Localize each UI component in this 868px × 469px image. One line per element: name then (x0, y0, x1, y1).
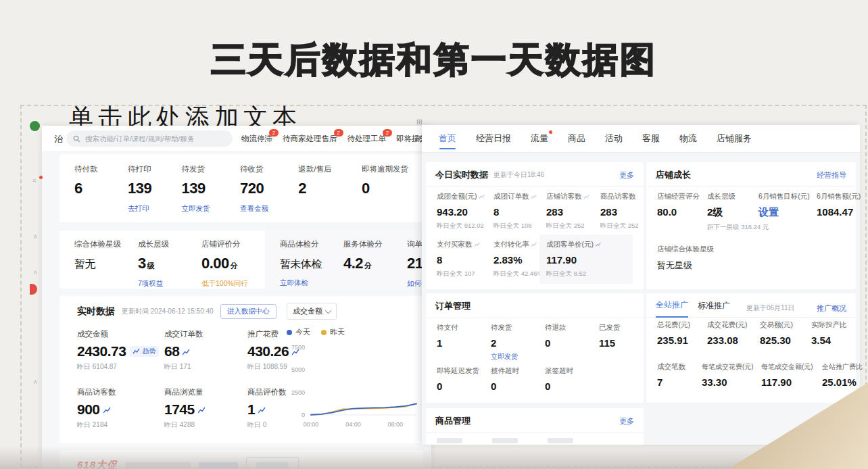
metric-column: 推广花费 430.26 昨日 1088.59 (247, 327, 332, 372)
star-rating-block: 店铺综合体验星级 暂无星级 (646, 245, 714, 272)
stat-value: 2级 (707, 206, 758, 219)
sidebar-menu-icon[interactable]: ≡ (32, 177, 36, 184)
stat-value: 117.90 (546, 254, 626, 266)
left-dashboard: 治 物流停滞2 待商家处理售后2 待处理工单2 即将损失流量4 未读站内信68 … (42, 126, 431, 469)
go-print-link[interactable]: 去打印 (128, 204, 151, 214)
metric-value: 68 (164, 343, 179, 359)
sidebar-collapse-icon[interactable]: ∧ (33, 269, 38, 276)
sidebar-collapse-icon[interactable]: ∧ (33, 233, 38, 240)
tab-products[interactable]: 商品 (567, 125, 586, 152)
stat-column: 成长层级3级7项权益 (138, 239, 201, 289)
stat-value: 0 (437, 380, 491, 392)
stat-column: 综合体验星级暂无 (74, 239, 138, 289)
tab-customer-service[interactable]: 客服 (642, 125, 660, 152)
svg-text:04:00: 04:00 (345, 421, 361, 428)
more-link[interactable]: 更多 (619, 170, 634, 180)
stat-value: 0 (362, 180, 408, 197)
trend-icon[interactable] (292, 346, 299, 357)
badge: 2 (383, 129, 392, 137)
trend-icon (133, 348, 140, 354)
trend-icon[interactable] (258, 404, 266, 416)
tab-daily-report[interactable]: 经营日报 (475, 125, 512, 152)
promotion-card: 全站推广 标准推广 更新于06月11日 推广概况 总花费(元)235.91 成交… (646, 293, 856, 403)
nav-pending-ticket[interactable]: 待处理工单2 (347, 134, 387, 144)
metric-value: 900 (77, 401, 100, 417)
set-goal-link[interactable]: 设置 (758, 206, 817, 219)
metric-column: 商品浏览量 1745 昨日 4288 (164, 385, 249, 430)
mini-trend-icon (479, 194, 485, 199)
stat-value: 80.0 (657, 206, 707, 218)
trend-pill[interactable]: 趋势 (130, 346, 159, 357)
enter-data-center-button[interactable]: 进入数据中心 (220, 304, 276, 319)
tab-traffic[interactable]: 流量 (530, 125, 549, 152)
stat-value: 235.91 (657, 335, 707, 346)
tab-standard-promotion[interactable]: 标准推广 (698, 300, 730, 317)
nav-logistics-stalled[interactable]: 物流停滞2 (241, 134, 272, 144)
more-link[interactable]: 更多 (619, 416, 634, 426)
apps-grid-icon[interactable]: ⊞ (416, 118, 423, 126)
ship-now-link[interactable]: 立即发货 (182, 204, 210, 214)
nav-pending-aftersale[interactable]: 待商家处理售后2 (283, 134, 337, 144)
stat-value: 0 (491, 380, 545, 392)
stat-value: 2 (491, 337, 545, 349)
trend-icon[interactable] (183, 346, 190, 357)
rights-link[interactable]: 7项权益 (138, 279, 201, 289)
product-management-card: 商品管理 更多 (426, 408, 644, 445)
realtime-header: 实时数据 更新时间 2024-06-12 15:50:40 进入数据中心 (59, 296, 423, 319)
search-box[interactable] (66, 130, 233, 147)
stat-column: 待收货720查看金额 (240, 164, 268, 222)
stats-row: 待支付1 待发货2立即发货 待退款0 已发货115 (426, 323, 646, 362)
tab-logistics[interactable]: 物流 (679, 125, 698, 152)
stat-value: 1 (437, 337, 491, 349)
ship-now-link[interactable]: 立即发货 (491, 352, 545, 362)
stat-column: 商品体检分暂未体检立即体检 (280, 239, 343, 289)
badge: 2 (269, 129, 279, 137)
sidebar-collapse-icon[interactable]: ∧ (33, 378, 38, 385)
mini-trend-icon (475, 242, 480, 247)
card-header: 今日实时数据 更新于今日18:46 更多 (426, 162, 644, 187)
logo-partial-text: 治 (54, 133, 63, 145)
tab-sitewide-promotion[interactable]: 全站推广 (656, 299, 688, 318)
metric-value: 2430.73 (77, 343, 126, 359)
right-dashboard-nav: 首页 经营日报 流量 商品 活动 客服 物流 店铺服务 (422, 125, 860, 153)
mini-trend-icon (531, 194, 537, 199)
business-guide-link[interactable]: 经营指导 (817, 170, 846, 180)
stat-value: 720 (240, 180, 268, 197)
promotion-overview-link[interactable]: 推广概况 (817, 303, 846, 314)
clipped-stats-row (426, 438, 573, 443)
promotion-tabs: 全站推广 标准推广 更新于06月11日 推广概况 (646, 293, 856, 318)
stat-value: 33.30 (702, 376, 761, 388)
trend-icon[interactable] (103, 404, 111, 416)
metric-value: 1 (247, 401, 255, 417)
view-amount-link[interactable]: 查看金额 (240, 204, 268, 214)
tab-activities[interactable]: 活动 (604, 125, 623, 152)
search-icon (73, 135, 80, 143)
left-dashboard-topbar: 治 物流停滞2 待商家处理售后2 待处理工单2 即将损失流量4 未读站内信68 … (42, 126, 431, 152)
stat-value: 6 (74, 180, 98, 197)
metric-column: 商品评价数 1 昨日 0 (247, 385, 332, 430)
metric-column: 商品访客数 900 昨日 2184 (77, 385, 162, 430)
red-dot (549, 130, 552, 134)
tab-home[interactable]: 首页 (438, 125, 457, 152)
stat-value: 233.08 (707, 335, 760, 346)
clipped-label (437, 438, 462, 443)
stat-value: 825.30 (760, 335, 811, 346)
mini-trend-icon (584, 194, 589, 199)
stat-value: 25.01% (822, 376, 863, 388)
trend-icon[interactable] (198, 404, 206, 416)
card-header: 订单管理 (426, 293, 644, 318)
stat-value: 139 (182, 180, 210, 197)
stat-value: 3.54 (811, 335, 852, 346)
tab-shop-services[interactable]: 店铺服务 (716, 125, 752, 152)
stat-value: 115 (599, 337, 646, 349)
stats-row: 成团金额(元)943.20昨日全天 912.02 成团订单数8昨日全天 108 … (426, 192, 648, 230)
slide-canvas: 三天后数据和第一天数据图 单击此处添加文本 ≡ ∧ ∧ ∧ ⊞ 治 物流停滞2 … (0, 0, 868, 469)
stat-value: 2 (298, 180, 331, 197)
search-input[interactable] (84, 134, 222, 143)
below-peers-link[interactable]: 低于100%同行 (201, 279, 265, 289)
slide-title: 三天后数据和第一天数据图 (0, 36, 868, 84)
clipped-label (492, 438, 518, 443)
bullet-dot (30, 121, 40, 131)
metric-dropdown[interactable]: 成交金额 (287, 303, 337, 320)
check-now-link[interactable]: 立即体检 (280, 278, 343, 288)
